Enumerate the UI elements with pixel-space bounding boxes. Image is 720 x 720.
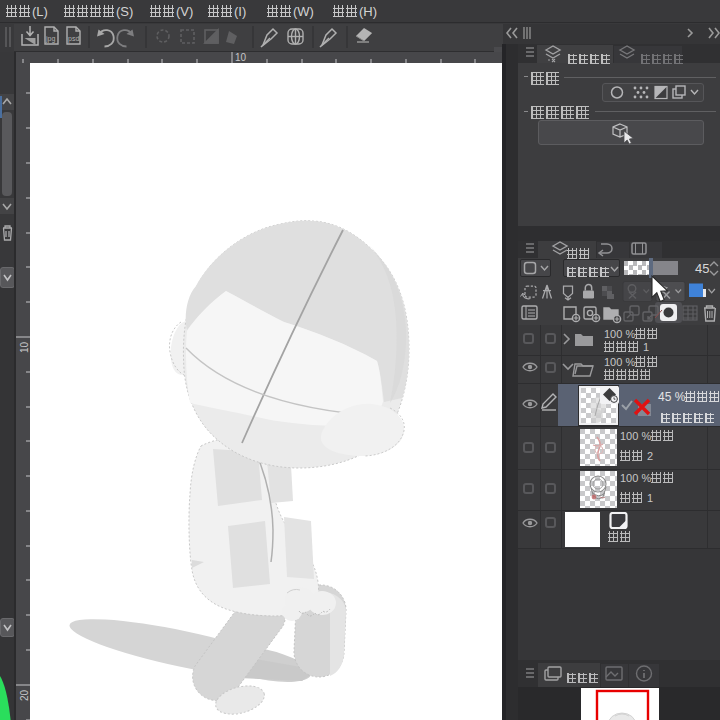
svg-text:20: 20 xyxy=(19,689,30,701)
svg-text:psd: psd xyxy=(68,35,79,43)
svg-text:jpg: jpg xyxy=(45,35,55,43)
svg-text:10: 10 xyxy=(19,341,30,353)
svg-text:10: 10 xyxy=(235,52,247,63)
